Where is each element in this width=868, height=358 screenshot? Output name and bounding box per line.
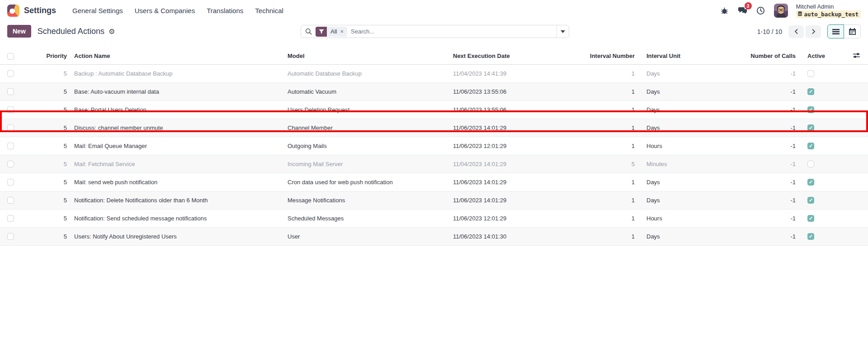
- debug-bug-icon[interactable]: [718, 4, 731, 17]
- column-header-action-name[interactable]: Action Name: [71, 48, 284, 64]
- column-header-active[interactable]: Active: [799, 48, 833, 64]
- model-cell: Incoming Mail Server: [284, 155, 449, 173]
- menu-item-technical[interactable]: Technical: [250, 4, 288, 17]
- interval-unit-cell: Days: [638, 64, 747, 82]
- table-header-row: Priority Action Name Model Next Executio…: [0, 48, 868, 64]
- row-select-checkbox[interactable]: [7, 215, 14, 222]
- action-name-cell[interactable]: Mail: Email Queue Manager: [71, 137, 284, 155]
- priority-cell: 5: [25, 191, 71, 209]
- table-row[interactable]: 5 Backup : Automatic Database Backup Aut…: [0, 64, 868, 82]
- table-row[interactable]: 5 Mail: send web push notification Cron …: [0, 173, 868, 191]
- chevron-down-icon: [561, 30, 565, 33]
- interval-number-cell: 1: [585, 64, 638, 82]
- search-input[interactable]: [351, 28, 557, 35]
- search-facet-filter[interactable]: All ×: [316, 27, 347, 37]
- action-name-cell[interactable]: Notification: Delete Notifications older…: [71, 191, 284, 209]
- number-of-calls-cell: -1: [747, 100, 799, 119]
- menu-item-general-settings[interactable]: General Settings: [68, 4, 127, 17]
- table-row[interactable]: 5 Base: Portal Users Deletion Users Dele…: [0, 100, 868, 119]
- row-select-checkbox[interactable]: [7, 143, 14, 149]
- model-cell: User: [284, 227, 449, 245]
- action-name-cell[interactable]: Mail: send web push notification: [71, 173, 284, 191]
- interval-unit-cell: Hours: [638, 209, 747, 227]
- interval-number-cell: 1: [585, 82, 638, 100]
- table-row[interactable]: 5 Discuss: channel member unmute Channel…: [0, 119, 868, 137]
- interval-unit-cell: Days: [638, 100, 747, 119]
- optional-columns-toggle[interactable]: [833, 48, 868, 64]
- database-icon: [797, 11, 802, 17]
- row-select-checkbox[interactable]: [7, 124, 14, 131]
- menu-item-users-companies[interactable]: Users & Companies: [130, 4, 199, 17]
- select-all-checkbox[interactable]: [7, 53, 14, 60]
- row-select-checkbox[interactable]: [7, 161, 14, 167]
- row-select-checkbox[interactable]: [7, 233, 14, 240]
- action-name-cell[interactable]: Users: Notify About Unregistered Users: [71, 227, 284, 245]
- action-name-cell[interactable]: Notification: Send scheduled message not…: [71, 209, 284, 227]
- active-checkbox[interactable]: [807, 70, 814, 77]
- user-avatar[interactable]: [774, 4, 788, 18]
- list-view-button[interactable]: [827, 24, 844, 38]
- action-name-cell[interactable]: Discuss: channel member unmute: [71, 119, 284, 137]
- active-checkbox[interactable]: [807, 179, 814, 186]
- app-menu-toggle[interactable]: Settings: [7, 5, 68, 17]
- column-header-priority[interactable]: Priority: [25, 48, 71, 64]
- row-select-checkbox[interactable]: [7, 197, 14, 204]
- active-checkbox[interactable]: [807, 197, 814, 204]
- column-header-number-of-calls[interactable]: Number of Calls: [747, 48, 799, 64]
- model-cell: Channel Member: [284, 119, 449, 137]
- row-select-checkbox[interactable]: [7, 88, 14, 95]
- active-checkbox[interactable]: [807, 161, 814, 167]
- row-select-checkbox[interactable]: [7, 106, 14, 113]
- table-row[interactable]: 5 Users: Notify About Unregistered Users…: [0, 227, 868, 245]
- number-of-calls-cell: -1: [747, 64, 799, 82]
- new-button[interactable]: New: [7, 25, 31, 38]
- priority-cell: 5: [25, 82, 71, 100]
- pager-next-button[interactable]: [806, 25, 821, 38]
- priority-cell: 5: [25, 100, 71, 119]
- systray: 3 Mitchell Admin: [718, 3, 861, 18]
- active-checkbox[interactable]: [807, 215, 814, 222]
- facet-label: All: [330, 28, 337, 35]
- activities-clock-icon[interactable]: [754, 4, 768, 17]
- active-checkbox[interactable]: [807, 143, 814, 149]
- interval-number-cell: 1: [585, 100, 638, 119]
- interval-unit-cell: Days: [638, 173, 747, 191]
- action-name-cell[interactable]: Backup : Automatic Database Backup: [71, 64, 284, 82]
- column-header-interval-number[interactable]: Interval Number: [585, 48, 638, 64]
- page-title: Scheduled Actions: [38, 27, 104, 36]
- number-of-calls-cell: -1: [747, 155, 799, 173]
- messages-icon[interactable]: 3: [736, 4, 750, 17]
- pager-previous-button[interactable]: [788, 25, 804, 38]
- action-name-cell[interactable]: Mail: Fetchmail Service: [71, 155, 284, 173]
- column-header-interval-unit[interactable]: Interval Unit: [638, 48, 747, 64]
- pager-value[interactable]: 1-10 / 10: [757, 28, 782, 35]
- app-name[interactable]: Settings: [24, 6, 56, 15]
- interval-number-cell: 1: [585, 191, 638, 209]
- interval-unit-cell: Days: [638, 191, 747, 209]
- active-checkbox[interactable]: [807, 88, 814, 95]
- table-row[interactable]: 5 Mail: Fetchmail Service Incoming Mail …: [0, 155, 868, 173]
- menu-item-translations[interactable]: Translations: [202, 4, 248, 17]
- odoo-settings-logo-icon[interactable]: [7, 5, 19, 17]
- table-row[interactable]: 5 Notification: Send scheduled message n…: [0, 209, 868, 227]
- active-checkbox[interactable]: [807, 106, 814, 113]
- facet-remove-icon[interactable]: ×: [340, 28, 344, 35]
- action-name-cell[interactable]: Base: Portal Users Deletion: [71, 100, 284, 119]
- action-gear-icon[interactable]: ⚙: [108, 27, 115, 36]
- user-menu[interactable]: Mitchell Admin auto_backup_test: [796, 3, 861, 18]
- row-select-checkbox[interactable]: [7, 179, 14, 186]
- calendar-view-button[interactable]: [844, 24, 861, 38]
- active-checkbox[interactable]: [807, 124, 814, 131]
- table-row[interactable]: 5 Notification: Delete Notifications old…: [0, 191, 868, 209]
- priority-cell: 5: [25, 64, 71, 82]
- search-options-toggle[interactable]: [557, 25, 569, 38]
- search-bar[interactable]: All ×: [301, 25, 569, 38]
- number-of-calls-cell: -1: [747, 137, 799, 155]
- column-header-next-execution-date[interactable]: Next Execution Date: [449, 48, 585, 64]
- column-header-model[interactable]: Model: [284, 48, 449, 64]
- active-checkbox[interactable]: [807, 233, 814, 240]
- table-row[interactable]: 5 Mail: Email Queue Manager Outgoing Mai…: [0, 137, 868, 155]
- action-name-cell[interactable]: Base: Auto-vacuum internal data: [71, 82, 284, 100]
- row-select-checkbox[interactable]: [7, 70, 14, 77]
- table-row[interactable]: 5 Base: Auto-vacuum internal data Automa…: [0, 82, 868, 100]
